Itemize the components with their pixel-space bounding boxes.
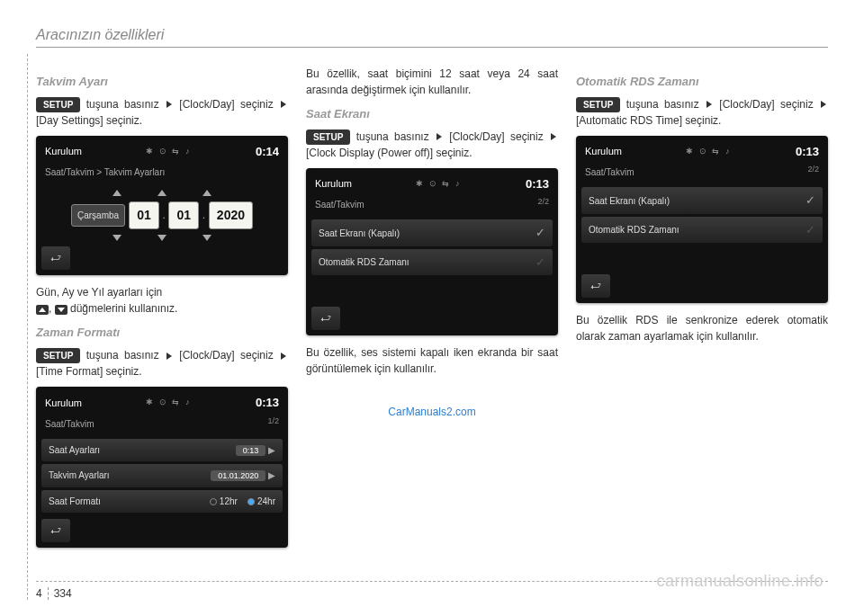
arrow-right-icon [281,353,286,360]
day-value: 01 [129,201,159,229]
page-number: 334 [54,587,72,600]
screen-title: Kurulum [315,176,352,192]
breadcrumb: Saat/Takvim [41,415,97,436]
arrow-right-icon [706,101,712,108]
text: [Automatic RDS Time] seçiniz. [576,114,721,127]
screen-clock: 0:13 [526,175,549,193]
paragraph: SETUP tuşuna basınız [Clock/Day] seçiniz… [36,96,288,129]
check-icon: ✓ [536,254,545,272]
chapter-number: 4 [36,587,42,600]
screenshot-time-format: Kurulum ✱ ⊙ ⇆ ♪ 0:13 Saat/Takvim 1/2 Saa… [36,387,288,548]
setup-button-icon: SETUP [36,348,80,363]
up-arrow-icon [202,190,212,196]
row-label: Otomatik RDS Zamanı [589,223,680,237]
text: [Time Format] seçiniz. [36,365,142,378]
row-label: Takvim Ayarları [49,469,110,482]
row-label: Otomatik RDS Zamanı [319,255,410,269]
text: [Day Settings] seçiniz. [36,114,142,127]
year-value: 2020 [209,201,253,229]
page-indicator: 2/2 [534,196,553,217]
paragraph: SETUP tuşuna basınız [Clock/Day] seçiniz… [36,347,288,379]
status-icons: ✱ ⊙ ⇆ ♪ [686,146,731,158]
section-title-calendar: Takvim Ayarı [36,73,288,91]
back-button: ⮐ [311,307,340,330]
row-label: Saat Ayarları [49,443,100,457]
month-value: 01 [168,201,199,229]
check-icon: ✓ [806,192,815,210]
status-icons: ✱ ⊙ ⇆ ♪ [416,178,461,191]
setup-button-icon: SETUP [576,97,620,112]
text: tuşuna basınız [80,349,165,362]
radio-label: 12hr [220,496,238,506]
radio-off-icon [210,498,217,505]
setup-button-icon: SETUP [306,129,350,145]
arrow-right-icon [436,133,442,140]
row-label: Saat Ekranı (Kapalı) [589,194,670,208]
down-arrow-icon [158,235,166,241]
screen-title: Kurulum [585,144,622,159]
status-icons: ✱ ⊙ ⇆ ♪ [146,146,191,158]
watermark: carmanualsonline.info [656,572,824,591]
list-item: Saat Ayarları 0:13 ▶ [41,439,283,462]
text: [Clock/Day] seçiniz [714,98,819,111]
list-item: Otomatik RDS Zamanı ✓ [311,249,553,276]
chevron-right-icon: ▶ [268,470,275,480]
arrow-right-icon [551,133,556,140]
text: tuşuna basınız [620,98,705,111]
column-2: Bu özellik, saat biçimini 12 saat veya 2… [306,66,558,557]
arrow-right-icon [166,101,172,108]
value-box: 0:13 [236,445,266,456]
screenshot-clock-display: Kurulum ✱ ⊙ ⇆ ♪ 0:13 Saat/Takvim 2/2 Saa… [306,168,558,336]
radio-on-icon [248,498,255,505]
carmanuals2-link[interactable]: CarManuals2.com [306,404,558,420]
text: [Clock/Day] seçiniz [444,130,549,143]
page-footer: 4 334 [36,587,72,600]
list-item: Takvim Ayarları 01.01.2020 ▶ [41,464,283,487]
breadcrumb: Saat/Takvim > Takvim Ayarları [41,164,283,184]
paragraph: SETUP tuşuna basınız [Clock/Day] seçiniz… [576,96,828,129]
up-button-icon [36,305,49,315]
back-button: ⮐ [41,519,70,542]
down-arrow-icon [112,235,122,241]
setup-button-icon: SETUP [36,97,80,112]
check-icon: ✓ [536,224,545,242]
breadcrumb: Saat/Takvim [581,164,637,184]
chevron-right-icon: ▶ [268,445,275,455]
down-arrow-icon [202,235,212,241]
text: tuşuna basınız [350,130,435,143]
screen-title: Kurulum [45,396,82,411]
up-arrow-icon [158,190,166,196]
paragraph: Bu özellik, saat biçimini 12 saat veya 2… [306,66,558,98]
list-item: Otomatik RDS Zamanı ✓ [581,217,823,244]
row-label: Saat Formatı [49,495,101,508]
section-title-rds: Otomatik RDS Zamanı [576,73,828,91]
back-button: ⮐ [41,246,70,270]
screen-clock: 0:13 [796,143,819,161]
screen-clock: 0:13 [256,394,279,412]
text: [Clock/Day] seçiniz [174,98,279,111]
arrow-right-icon [166,353,172,360]
text: düğmelerini kullanınız. [68,302,178,315]
row-label: Saat Ekranı (Kapalı) [319,227,400,240]
status-icons: ✱ ⊙ ⇆ ♪ [146,397,191,409]
arrow-right-icon [281,101,286,108]
weekday-box: Çarşamba [71,204,125,227]
paragraph: Bu özellik RDS ile senkronize ederek oto… [576,312,828,344]
column-1: Takvim Ayarı SETUP tuşuna basınız [Clock… [36,66,288,557]
column-3: Otomatik RDS Zamanı SETUP tuşuna basınız… [576,66,828,557]
paragraph: Gün, Ay ve Yıl ayarları için , düğmeleri… [36,284,288,317]
text: [Clock Display (Power off)] seçiniz. [306,147,472,159]
breadcrumb: Saat/Takvim [311,196,367,217]
screen-title: Kurulum [45,144,82,159]
value-box: 01.01.2020 [211,470,266,481]
section-title-time-format: Zaman Formatı [36,324,288,342]
text: tuşuna basınız [80,98,165,111]
back-button: ⮐ [581,274,610,298]
arrow-right-icon [821,101,826,108]
text: Gün, Ay ve Yıl ayarları için [36,286,162,299]
screenshot-rds-time: Kurulum ✱ ⊙ ⇆ ♪ 0:13 Saat/Takvim 2/2 Saa… [576,136,828,304]
list-item: Saat Ekranı (Kapalı) ✓ [311,219,553,246]
check-icon: ✓ [806,221,815,239]
paragraph: SETUP tuşuna basınız [Clock/Day] seçiniz… [306,129,558,161]
page-indicator: 1/2 [264,415,283,436]
